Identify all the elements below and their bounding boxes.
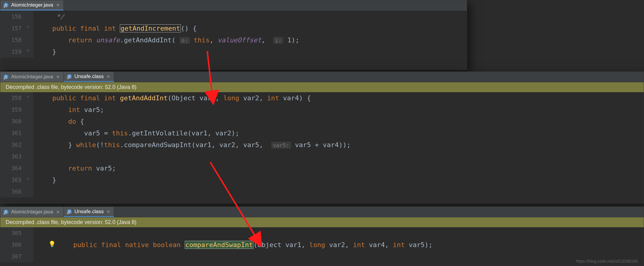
decompiled-banner: Decompiled .class file, bytecode version… [0,82,644,92]
close-icon[interactable]: ✕ [56,74,60,79]
line-number: 361 [0,127,22,139]
svg-rect-16 [67,78,68,78]
tab-label: AtomicInteger.java [11,2,53,8]
code-line[interactable]: } while(!this.compareAndSwapInt(var1, va… [36,139,644,151]
svg-rect-21 [4,213,5,213]
svg-rect-17 [67,79,68,79]
code-line[interactable] [57,227,644,239]
close-icon[interactable]: ✕ [56,3,60,8]
line-number-gutter: 305306307 [0,227,26,262]
svg-rect-3 [4,6,5,6]
class-file-icon: C [67,74,72,79]
svg-rect-23 [4,214,5,214]
line-number: 157 [0,23,22,34]
code-line[interactable] [36,151,644,162]
code-line[interactable]: public final native boolean compareAndSw… [57,239,644,251]
code-line[interactable]: int var5; [36,104,644,116]
line-number: 358 [0,92,22,104]
code-line[interactable]: var5 = this.getIntVolatile(var1, var2); [36,127,644,139]
fold-column[interactable]: ⊖ ⊔ [26,92,33,198]
code-area[interactable]: */ public final int getAndIncrement() { … [33,11,467,58]
tab-label: AtomicInteger.java [11,74,53,80]
tab-bar: CAtomicInteger.java✕CUnsafe.class✕ [0,207,644,217]
code-editor[interactable]: 156157158159 ⊖ ⊔ */ public final int get… [0,11,467,58]
close-icon[interactable]: ✕ [106,209,111,214]
class-file-icon: C [67,209,72,214]
code-line[interactable] [36,186,644,198]
editor-tab[interactable]: CAtomicInteger.java✕ [0,72,64,82]
code-line[interactable]: do { [36,116,644,127]
svg-rect-5 [4,7,5,8]
fold-marker-icon[interactable]: ⊖ [27,25,31,29]
tab-label: Unsafe.class [74,74,104,80]
code-line[interactable]: return var5; [36,162,644,174]
decompiled-banner: Decompiled .class file, bytecode version… [0,217,644,227]
watermark: https://blog.csdn.net/u013288190 [576,259,638,264]
editor-tab[interactable]: CUnsafe.class✕ [64,207,114,217]
fold-marker-icon[interactable]: ⊖ [27,95,31,99]
line-number: 359 [0,104,22,116]
fold-column[interactable] [26,227,33,262]
code-area[interactable]: public final native boolean compareAndSw… [33,227,644,262]
code-editor[interactable]: 305306307 💡 public final native boolean … [0,227,644,262]
editor-pane-3: CAtomicInteger.java✕CUnsafe.class✕ Decom… [0,207,644,266]
fold-marker-icon[interactable]: ⊔ [27,48,31,52]
editor-tab[interactable]: CAtomicInteger.java✕ [0,207,64,217]
code-editor[interactable]: 358359360361362363364365366 ⊖ ⊔ public f… [0,92,644,198]
svg-rect-22 [4,213,5,214]
line-number: 158 [0,34,22,46]
line-number: 306 [0,239,22,251]
class-file-icon: C [3,74,9,80]
svg-rect-27 [67,213,68,213]
line-number: 362 [0,139,22,151]
svg-rect-10 [4,78,5,79]
code-line[interactable]: */ [36,11,467,23]
line-number: 366 [0,186,22,198]
svg-rect-15 [67,77,68,78]
code-line[interactable]: } [36,46,467,58]
line-number: 156 [0,11,22,23]
line-number: 360 [0,116,22,127]
class-file-icon: C [3,2,9,8]
tab-bar: CAtomicInteger.java✕ [0,0,467,11]
svg-rect-28 [67,213,68,213]
code-area[interactable]: public final int getAndAddInt(Object var… [33,92,644,198]
svg-rect-4 [4,7,5,7]
close-icon[interactable]: ✕ [56,210,60,214]
code-line[interactable]: } [36,174,644,186]
close-icon[interactable]: ✕ [106,74,111,79]
line-number: 364 [0,162,22,174]
line-number: 365 [0,174,22,186]
fold-column[interactable]: ⊖ ⊔ [26,11,33,58]
line-number-gutter: 156157158159 [0,11,26,58]
line-number: 363 [0,151,22,162]
editor-pane-2: CAtomicInteger.java✕CUnsafe.class✕ Decom… [0,71,644,204]
svg-rect-9 [4,78,5,78]
svg-rect-29 [67,214,68,214]
tab-label: AtomicInteger.java [11,209,53,215]
line-number: 307 [0,251,22,262]
intention-bulb-icon[interactable]: 💡 [48,240,56,248]
editor-pane-1: CAtomicInteger.java✕ 156157158159 ⊖ ⊔ */… [0,0,467,70]
line-number: 159 [0,46,22,58]
code-line[interactable]: public final int getAndIncrement() { [36,23,467,34]
svg-rect-11 [4,79,5,79]
tab-label: Unsafe.class [74,209,104,215]
editor-tab[interactable]: CUnsafe.class✕ [64,72,114,82]
code-line[interactable] [57,251,644,262]
editor-tab[interactable]: CAtomicInteger.java✕ [0,0,64,11]
code-line[interactable]: return unsafe.getAndAddInt( o: this, val… [36,34,467,46]
fold-marker-icon[interactable]: ⊔ [27,176,31,180]
code-line[interactable]: public final int getAndAddInt(Object var… [36,92,644,104]
class-file-icon: C [3,209,9,215]
line-number-gutter: 358359360361362363364365366 [0,92,26,198]
line-number: 305 [0,227,22,239]
tab-bar: CAtomicInteger.java✕CUnsafe.class✕ [0,72,644,82]
